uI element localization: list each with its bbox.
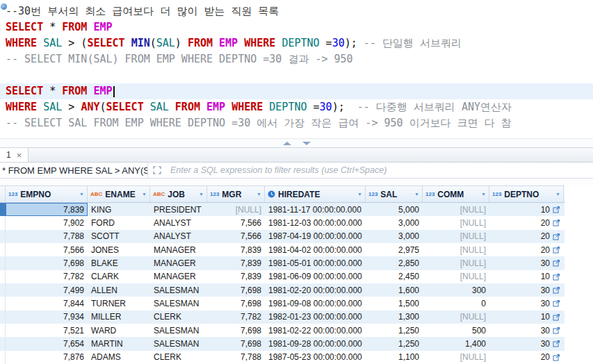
cell-ename[interactable]: JONES <box>88 243 150 256</box>
cell-sal[interactable]: 3,000 <box>366 230 423 243</box>
cell-job[interactable]: CLERK <box>150 311 207 324</box>
column-header-mgr[interactable]: 123MGR▼ <box>207 186 265 202</box>
cell-mgr[interactable]: 7,782 <box>207 311 265 324</box>
cell-empno[interactable]: 7,839 <box>6 203 88 216</box>
cell-comm[interactable]: [NULL] <box>423 256 489 270</box>
cell-empno[interactable]: 7,876 <box>6 351 88 364</box>
cell-job[interactable]: PRESIDENT <box>150 203 207 216</box>
filter-dropdown-icon[interactable]: ▼ <box>197 192 204 197</box>
cell-mgr[interactable]: 7,698 <box>207 337 265 350</box>
cell-job[interactable]: SALESMAN <box>150 337 207 350</box>
result-tab-1[interactable]: 1 × <box>0 148 29 162</box>
cell-job[interactable]: MANAGER <box>150 256 207 270</box>
cell-comm[interactable]: [NULL] <box>423 311 489 324</box>
cell-deptno[interactable]: 30 <box>489 337 564 350</box>
row-gutter[interactable] <box>0 203 6 216</box>
filter-dropdown-icon[interactable]: ▼ <box>412 192 419 197</box>
editor-line[interactable]: -- SELECT MIN(SAL) FROM EMP WHERE DEPTNO… <box>0 51 593 67</box>
cell-deptno[interactable]: 20 <box>489 351 564 364</box>
cell-mgr[interactable]: 7,566 <box>207 230 265 243</box>
cell-hiredate[interactable]: 1981-11-17 00:00:00.000 <box>265 203 366 216</box>
row-gutter[interactable] <box>0 297 6 310</box>
filter-dropdown-icon[interactable]: ▼ <box>479 192 486 197</box>
cell-hiredate[interactable]: 1987-05-23 00:00:00.000 <box>265 351 366 364</box>
fk-navigate-icon[interactable] <box>553 286 560 294</box>
cell-ename[interactable]: SCOTT <box>88 230 150 243</box>
cell-sal[interactable]: 1,300 <box>366 311 423 324</box>
cell-comm[interactable]: 500 <box>423 324 489 337</box>
cell-hiredate[interactable]: 1981-02-22 00:00:00.000 <box>265 324 366 337</box>
cell-sal[interactable]: 1,600 <box>366 283 423 297</box>
row-gutter[interactable] <box>0 216 6 229</box>
cell-empno[interactable]: 7,698 <box>6 256 88 270</box>
row-gutter[interactable] <box>0 351 6 364</box>
row-gutter[interactable] <box>0 256 6 270</box>
cell-sal[interactable]: 1,100 <box>366 351 423 364</box>
maximize-results-icon[interactable] <box>302 142 311 145</box>
cell-ename[interactable]: BLAKE <box>88 256 150 270</box>
filter-dropdown-icon[interactable]: ▼ <box>140 192 147 197</box>
row-gutter[interactable] <box>0 324 6 337</box>
fk-navigate-icon[interactable] <box>553 313 560 321</box>
column-header-comm[interactable]: 123COMM▼ <box>423 186 489 202</box>
cell-hiredate[interactable]: 1981-06-09 00:00:00.000 <box>265 270 366 283</box>
cell-comm[interactable]: [NULL] <box>423 203 489 216</box>
fk-navigate-icon[interactable] <box>553 326 560 334</box>
column-header-empno[interactable]: 123EMPNO▼ <box>6 186 88 202</box>
cell-ename[interactable]: TURNER <box>88 297 150 310</box>
cell-deptno[interactable]: 20 <box>489 216 564 229</box>
cell-mgr[interactable]: 7,839 <box>207 256 265 270</box>
cell-deptno[interactable]: 30 <box>489 297 564 310</box>
cell-deptno[interactable]: 10 <box>489 311 564 324</box>
cell-job[interactable]: SALESMAN <box>150 283 207 297</box>
cell-mgr[interactable]: 7,839 <box>207 243 265 256</box>
cell-deptno[interactable]: 10 <box>489 270 564 283</box>
cell-mgr[interactable]: 7,698 <box>207 297 265 310</box>
cell-ename[interactable]: ADAMS <box>88 351 150 364</box>
fk-navigate-icon[interactable] <box>553 259 560 267</box>
column-header-ename[interactable]: ABCENAME▼ <box>88 186 150 202</box>
cell-deptno[interactable]: 20 <box>489 230 564 243</box>
filter-dropdown-icon[interactable]: ▼ <box>553 192 560 197</box>
cell-comm[interactable]: 1,400 <box>423 337 489 350</box>
cell-comm[interactable]: [NULL] <box>423 243 489 256</box>
fk-navigate-icon[interactable] <box>553 246 560 254</box>
cell-comm[interactable]: [NULL] <box>423 270 489 283</box>
column-header-hiredate[interactable]: HIREDATE▼ <box>265 186 366 202</box>
cell-job[interactable]: SALESMAN <box>150 297 207 310</box>
fk-navigate-icon[interactable] <box>553 206 560 213</box>
editor-line[interactable]: WHERE SAL > (SELECT MIN(SAL) FROM EMP WH… <box>0 35 593 51</box>
cell-empno[interactable]: 7,788 <box>6 230 88 243</box>
cell-sal[interactable]: 1,500 <box>366 297 423 310</box>
filter-input[interactable]: Enter a SQL expression to filter results… <box>166 165 593 175</box>
filter-expression[interactable]: * FROM EMP WHERE SAL > ANY(SELEC <box>0 163 148 178</box>
cell-job[interactable]: MANAGER <box>150 243 207 256</box>
cell-sal[interactable]: 3,000 <box>366 216 423 229</box>
filter-dropdown-icon[interactable]: ▼ <box>254 192 261 197</box>
cell-deptno[interactable]: 20 <box>489 243 564 256</box>
editor-line[interactable]: --30번 부서의 최소 급여보다 더 많이 받는 직원 목록 <box>0 3 593 19</box>
cell-deptno[interactable]: 30 <box>489 283 564 297</box>
cell-job[interactable]: CLERK <box>150 351 207 364</box>
cell-empno[interactable]: 7,902 <box>6 216 88 229</box>
cell-job[interactable]: ANALYST <box>150 230 207 243</box>
cell-empno[interactable]: 7,499 <box>6 283 88 297</box>
cell-ename[interactable]: MILLER <box>88 311 150 324</box>
editor-line[interactable]: SELECT * FROM EMP <box>0 19 593 35</box>
cell-deptno[interactable]: 30 <box>489 324 564 337</box>
fk-navigate-icon[interactable] <box>553 354 560 361</box>
cell-hiredate[interactable]: 1987-04-19 00:00:00.000 <box>265 230 366 243</box>
cell-ename[interactable]: ALLEN <box>88 283 150 297</box>
row-gutter[interactable] <box>0 311 6 324</box>
cell-empno[interactable]: 7,934 <box>6 311 88 324</box>
cell-empno[interactable]: 7,521 <box>6 324 88 337</box>
cell-mgr[interactable]: 7,698 <box>207 283 265 297</box>
cell-mgr[interactable]: 7,698 <box>207 324 265 337</box>
filter-dropdown-icon[interactable]: ▼ <box>355 192 362 197</box>
column-header-job[interactable]: ABCJOB▼ <box>150 186 207 202</box>
cell-comm[interactable]: [NULL] <box>423 351 489 364</box>
cell-ename[interactable]: FORD <box>88 216 150 229</box>
cell-empno[interactable]: 7,654 <box>6 337 88 350</box>
fk-navigate-icon[interactable] <box>553 219 560 226</box>
close-icon[interactable]: × <box>17 151 22 160</box>
